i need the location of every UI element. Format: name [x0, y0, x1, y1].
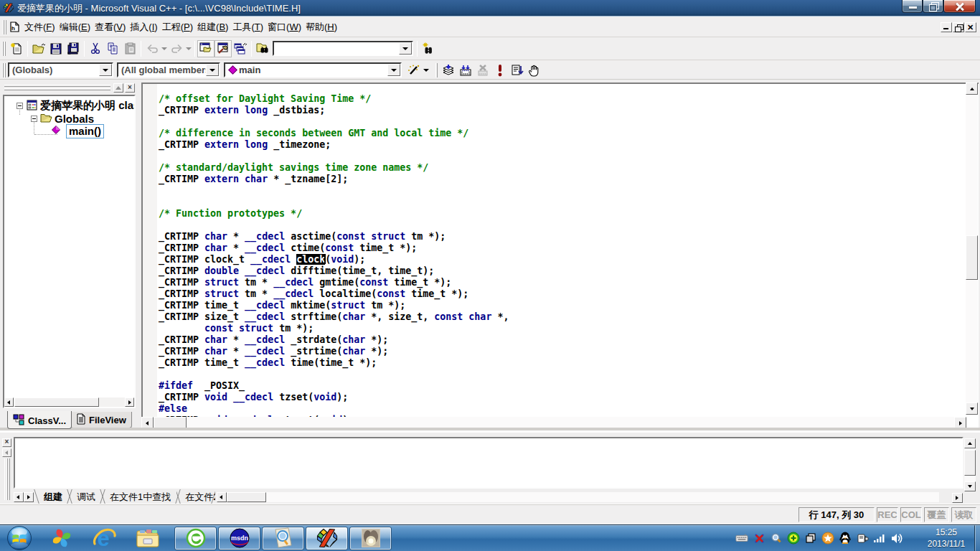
show-desktop-button[interactable] [974, 525, 980, 551]
tb-search-button[interactable] [420, 40, 437, 57]
taskbar-msdn-library[interactable]: msdn [218, 527, 260, 550]
toolbar-grip[interactable] [2, 42, 7, 56]
menu-insert[interactable]: 插入(I) [128, 19, 159, 36]
tree-horizontal-scrollbar[interactable] [4, 397, 134, 407]
build-build-button[interactable] [457, 62, 474, 79]
tb-redo-button[interactable] [168, 40, 185, 57]
output-tabbar-scroll-left[interactable] [217, 492, 227, 502]
menu-view[interactable]: 查看(V) [93, 19, 128, 36]
tb-redo-dropdown[interactable] [185, 41, 192, 57]
menu-file[interactable]: 文件(F) [22, 19, 57, 36]
taskbar-visual-cpp[interactable] [306, 527, 348, 550]
tree-scroll-thumb[interactable] [14, 397, 99, 407]
minimize-button[interactable] [902, 0, 923, 13]
workspace-grip[interactable] [4, 85, 110, 87]
editor-scroll-left-button[interactable] [141, 417, 154, 429]
wizard-actions-button[interactable] [405, 62, 423, 79]
build-minibar-grip[interactable] [435, 63, 438, 77]
tb-paste-button[interactable] [121, 40, 138, 57]
menu-tools[interactable]: 工具(T) [230, 19, 265, 36]
output-content[interactable] [14, 437, 963, 489]
menubar-grip[interactable] [3, 20, 8, 34]
editor-scroll-up-button[interactable] [966, 83, 978, 95]
mdi-restore-button[interactable] [953, 22, 964, 32]
search-combo[interactable] [273, 41, 413, 56]
function-combo-dropdown[interactable] [387, 64, 400, 76]
start-button[interactable] [4, 526, 34, 550]
output-collapse-button[interactable] [2, 448, 11, 457]
workspace-collapse-button[interactable] [113, 83, 123, 93]
members-combo-dropdown[interactable] [206, 64, 219, 76]
output-tabs-right-button[interactable] [24, 492, 34, 502]
tray-antivirus[interactable] [753, 532, 765, 545]
taskbar-photo-viewer[interactable] [349, 527, 392, 550]
editor-scroll-right-button[interactable] [954, 417, 966, 429]
menu-window[interactable]: 窗口(W) [265, 19, 303, 36]
tray-favorites[interactable] [821, 532, 834, 545]
build-execute-button[interactable] [491, 62, 509, 79]
output-tabbar-track[interactable] [266, 492, 939, 502]
output-close-button[interactable]: × [2, 438, 11, 447]
tree-item-globals[interactable]: Globals [4, 112, 134, 125]
menu-project[interactable]: 工程(P) [160, 19, 195, 36]
output-tabbar-thumb[interactable] [227, 492, 266, 502]
restore-button[interactable] [923, 0, 943, 13]
tb-output-toggle-button[interactable] [215, 40, 232, 57]
document-icon[interactable]: h [9, 22, 20, 32]
tray-windows-update[interactable] [804, 532, 817, 545]
tray-power-plug[interactable] [856, 532, 869, 545]
taskbar-search-viewer[interactable] [262, 527, 304, 550]
tb-undo-dropdown[interactable] [161, 41, 168, 57]
build-stop-build-button[interactable] [474, 62, 491, 79]
tree-item-project-root[interactable]: 爱摘苹果的小明 classes [4, 99, 134, 112]
tb-cut-button[interactable] [87, 40, 104, 57]
tb-find-in-files-button[interactable] [254, 40, 271, 57]
tb-save-all-button[interactable] [65, 40, 82, 57]
taskbar-clock[interactable]: 15:25 2013/11/1 [920, 527, 973, 550]
taskbar-windows-explorer[interactable] [126, 525, 169, 551]
editor-vscroll-thumb[interactable] [966, 235, 978, 280]
tb-window-list-button[interactable] [232, 40, 249, 57]
tray-qq[interactable] [839, 532, 852, 545]
menu-build[interactable]: 组建(B) [195, 19, 230, 36]
tb-new-file-button[interactable] [8, 40, 25, 57]
output-scroll-up-button[interactable] [964, 438, 976, 448]
output-vscroll-thumb[interactable] [964, 450, 976, 476]
editor-vertical-scrollbar[interactable] [966, 83, 978, 415]
tab-fileview[interactable]: FileView [70, 412, 132, 428]
build-compile-button[interactable] [440, 62, 457, 79]
output-tabs-left-button[interactable] [14, 492, 24, 502]
editor-scroll-down-button[interactable] [966, 402, 978, 415]
editor-horizontal-scrollbar[interactable] [141, 417, 966, 429]
tab-classview[interactable]: ClassV... [7, 411, 72, 429]
mdi-close-button[interactable] [965, 22, 976, 32]
wizard-actions-dropdown[interactable] [423, 62, 430, 78]
mdi-minimize-button[interactable] [941, 22, 952, 32]
tb-open-button[interactable] [30, 40, 47, 57]
tray-input-method[interactable] [735, 532, 748, 545]
tray-safety-plus[interactable] [787, 532, 800, 545]
class-combo-dropdown[interactable] [99, 64, 112, 76]
taskbar-green-browser[interactable] [174, 527, 217, 550]
menu-edit[interactable]: 编辑(E) [57, 19, 93, 36]
output-grip[interactable] [4, 458, 8, 500]
members-combo[interactable]: (All global members) [117, 62, 220, 77]
function-combo[interactable]: main [224, 62, 402, 77]
tree-scroll-right-button[interactable] [125, 397, 134, 407]
wizardbar-grip[interactable] [2, 63, 7, 77]
workspace-close-button[interactable]: × [125, 83, 135, 93]
menu-help[interactable]: 帮助(H) [303, 19, 339, 36]
tb-undo-button[interactable] [143, 40, 161, 57]
editor-hscroll-thumb[interactable] [154, 417, 187, 429]
output-vertical-scrollbar[interactable] [964, 438, 976, 491]
selection-margin[interactable] [143, 84, 157, 417]
tb-save-button[interactable] [47, 40, 65, 57]
tb-copy-button[interactable] [104, 40, 121, 57]
search-combo-dropdown[interactable] [399, 42, 412, 55]
taskbar-pinwheel-app[interactable] [40, 525, 83, 551]
output-scroll-down-button[interactable] [964, 481, 976, 491]
class-combo[interactable]: (Globals) [8, 62, 113, 77]
tree-scroll-left-button[interactable] [4, 397, 14, 407]
tb-workspace-toggle-button[interactable] [197, 40, 215, 57]
output-tabbar-scroll-right[interactable] [952, 493, 963, 503]
